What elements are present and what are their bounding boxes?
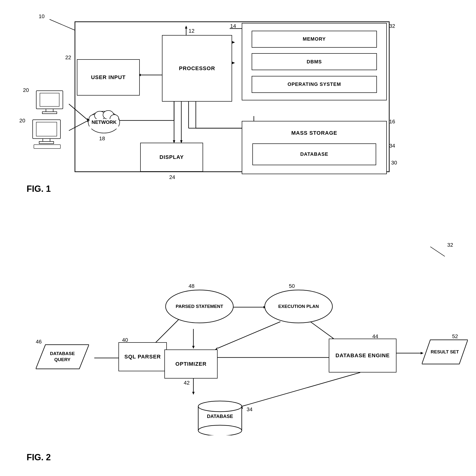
svg-marker-9 [232, 62, 235, 64]
svg-rect-47 [36, 122, 57, 136]
ref-34-fig2: 34 [247, 406, 252, 413]
execution-plan-shape: EXECUTION PLAN [264, 289, 334, 324]
svg-line-0 [50, 19, 75, 30]
network-label: NETWORK [92, 120, 117, 125]
svg-line-69 [242, 372, 360, 406]
svg-point-77 [198, 425, 242, 435]
database-query-shape: DATABASE QUERY [36, 343, 89, 370]
ref-14: 14 [230, 23, 236, 29]
svg-rect-49 [39, 141, 54, 144]
ref-24: 24 [169, 174, 175, 180]
ref-42: 42 [184, 380, 189, 386]
computer-icon-2 [28, 119, 68, 150]
ref-48: 48 [188, 283, 194, 289]
ref-12: 12 [188, 28, 194, 34]
memory-box: MEMORY [252, 31, 377, 48]
processor-box: PROCESSOR [162, 35, 232, 102]
svg-line-30 [69, 121, 88, 131]
ref-52: 52 [452, 333, 458, 340]
ref-10: 10 [39, 13, 45, 19]
display-box: DISPLAY [140, 143, 203, 172]
os-box: OPERATING SYSTEM [252, 76, 377, 93]
sql-parser-label: SQL PARSER [124, 354, 161, 360]
ref-44: 44 [372, 333, 378, 340]
mass-storage-label: MASS STORAGE [291, 130, 337, 136]
svg-rect-48 [43, 139, 50, 141]
svg-marker-56 [192, 346, 195, 349]
user-input-label: USER INPUT [91, 74, 125, 81]
svg-line-71 [430, 247, 445, 256]
ref-20b: 20 [19, 118, 25, 124]
database-cylinder-fig2: DATABASE [196, 397, 244, 435]
ref-32-fig2: 32 [447, 242, 453, 248]
os-label: OPERATING SYSTEM [288, 82, 341, 87]
memory-group-box: MEMORY DBMS OPERATING SYSTEM [242, 23, 387, 100]
sql-parser-box: SQL PARSER [119, 342, 167, 371]
processor-label: PROCESSOR [179, 65, 215, 71]
result-set-label: RESULT SET [431, 349, 459, 355]
svg-line-61 [218, 322, 280, 348]
dbms-box: DBMS [252, 53, 377, 70]
database-box-fig1: DATABASE [252, 143, 376, 165]
memory-label: MEMORY [303, 36, 326, 42]
mass-storage-outer: MASS STORAGE DATABASE [242, 121, 387, 174]
ref-16: 16 [389, 119, 395, 125]
svg-marker-64 [192, 392, 195, 395]
svg-rect-45 [42, 112, 57, 114]
database-engine-label: DATABASE ENGINE [336, 353, 390, 359]
dbms-label: DBMS [307, 59, 322, 65]
parsed-statement-shape: PARSED STATEMENT [164, 289, 235, 324]
ref-50: 50 [289, 283, 295, 289]
svg-point-76 [198, 401, 242, 412]
svg-marker-6 [232, 41, 235, 44]
svg-marker-25 [185, 26, 187, 29]
svg-rect-44 [46, 109, 53, 112]
optimizer-label: OPTIMIZER [175, 361, 207, 367]
ref-40: 40 [122, 337, 128, 343]
ref-20a: 20 [23, 87, 29, 93]
database-label-fig1: DATABASE [300, 151, 328, 157]
fig2-label: FIG. 2 [27, 452, 51, 462]
display-label: DISPLAY [160, 154, 184, 160]
database-engine-box: DATABASE ENGINE [329, 339, 396, 372]
svg-rect-50 [34, 145, 60, 148]
parsed-statement-label: PARSED STATEMENT [176, 303, 223, 310]
fig1-label: FIG. 1 [27, 184, 51, 194]
optimizer-box: OPTIMIZER [164, 350, 218, 379]
database-query-label: DATABASE QUERY [47, 351, 78, 363]
ref-46: 46 [36, 339, 42, 345]
computer-icon-1 [32, 89, 68, 116]
svg-line-28 [69, 104, 88, 121]
svg-rect-43 [40, 93, 59, 106]
ref-30: 30 [391, 160, 397, 166]
user-input-box: USER INPUT [77, 59, 140, 96]
ref-32-fig1: 32 [389, 23, 395, 29]
network-cloud: NETWORK [86, 109, 122, 135]
ref-22: 22 [65, 54, 71, 61]
execution-plan-label: EXECUTION PLAN [278, 303, 319, 310]
ref-18: 18 [99, 135, 105, 142]
diagram-container: 10 30 USER INPUT 22 PROCESSOR 12 14 MEMO… [0, 0, 476, 476]
database-label-fig2: DATABASE [207, 414, 233, 419]
result-set-shape: RESULT SET [422, 339, 468, 365]
ref-34-fig1: 34 [389, 143, 395, 149]
